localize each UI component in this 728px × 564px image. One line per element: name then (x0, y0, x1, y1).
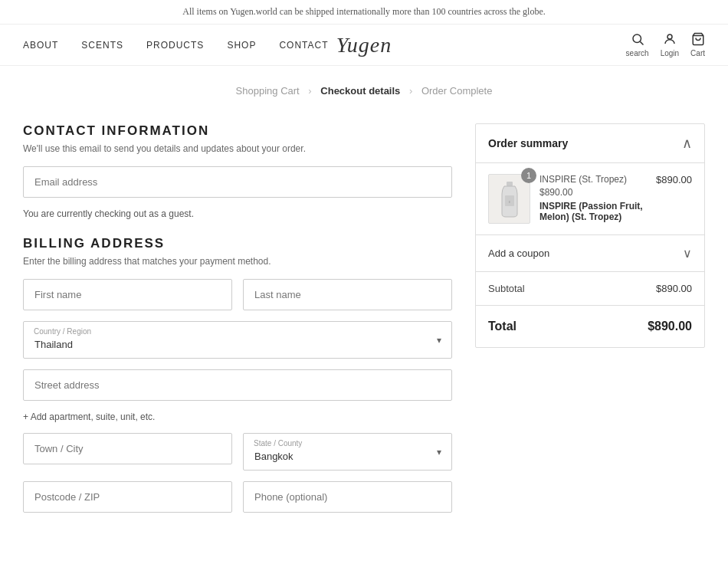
main-content: CONTACT INFORMATION We'll use this email… (0, 108, 728, 554)
summary-title: Order summary (488, 137, 568, 149)
total-value: $890.00 (648, 320, 692, 333)
contact-subtitle: We'll use this email to send you details… (23, 143, 452, 154)
country-select-wrapper: Country / Region Thailand ▾ (23, 321, 452, 359)
add-apartment-link[interactable]: + Add apartment, suite, unit, etc. (23, 412, 452, 422)
bottle-icon: I (498, 180, 521, 218)
cart-label: Cart (690, 49, 705, 57)
subtotal-label: Subtotal (488, 283, 525, 294)
cart-button[interactable]: Cart (690, 32, 705, 57)
logo[interactable]: Yugen (336, 33, 392, 57)
guest-note: You are currently checking out as a gues… (23, 208, 452, 219)
order-item: I 1 INSPIRE (St. Tropez) $890.00 INSPIRE… (476, 163, 704, 235)
phone-group (243, 481, 452, 513)
breadcrumb: Shopping Cart › Checkout details › Order… (0, 66, 728, 108)
phone-input[interactable] (243, 481, 452, 513)
breadcrumb-separator-1: › (308, 85, 311, 97)
item-price-small: $890.00 (539, 187, 647, 198)
svg-point-0 (633, 34, 641, 43)
billing-title: BILLING ADDRESS (23, 236, 452, 251)
nav-scents[interactable]: SCENTS (81, 40, 123, 51)
item-name: INSPIRE (St. Tropez) (539, 174, 647, 185)
breadcrumb-checkout: Checkout details (320, 85, 400, 97)
first-name-group (23, 279, 232, 310)
billing-section: BILLING ADDRESS Enter the billing addres… (23, 236, 452, 523)
nav-products[interactable]: PRODUCTS (146, 40, 204, 51)
svg-line-1 (640, 41, 643, 44)
top-banner: All items on Yugen.world can be shipped … (0, 0, 728, 25)
breadcrumb-separator-2: › (409, 85, 412, 97)
search-icon (631, 32, 644, 48)
summary-header: Order summary ∧ (476, 124, 704, 163)
subtotal-row: Subtotal $890.00 (476, 272, 704, 306)
city-state-row: State / County Bangkok ▾ (23, 433, 452, 481)
search-button[interactable]: search (626, 32, 649, 57)
billing-subtitle: Enter the billing address that matches y… (23, 256, 452, 267)
add-coupon-row[interactable]: Add a coupon ∨ (476, 235, 704, 272)
postcode-phone-row (23, 481, 452, 523)
last-name-group (243, 279, 452, 310)
email-group (23, 166, 452, 198)
contact-title: CONTACT INFORMATION (23, 123, 452, 139)
item-description: INSPIRE (Passion Fruit, Melon) (St. Trop… (539, 201, 647, 222)
email-input[interactable] (23, 166, 452, 198)
nav-contact[interactable]: CONTACT (279, 40, 328, 51)
item-quantity-badge: 1 (521, 168, 536, 183)
town-city-input[interactable] (23, 433, 232, 464)
search-label: search (626, 49, 649, 57)
chevron-up-icon: ∧ (682, 136, 692, 151)
svg-point-2 (667, 34, 672, 39)
subtotal-value: $890.00 (656, 283, 692, 294)
total-label: Total (488, 320, 516, 333)
street-group (23, 369, 452, 401)
street-input[interactable] (23, 369, 452, 401)
coupon-chevron-down-icon: ∨ (683, 246, 692, 261)
nav-right: search Login Cart (626, 32, 705, 57)
checkout-form: CONTACT INFORMATION We'll use this email… (23, 123, 452, 523)
order-sidebar: Order summary ∧ I 1 (475, 123, 705, 523)
postcode-group (23, 481, 232, 513)
country-group: Country / Region Thailand ▾ (23, 321, 452, 359)
name-row (23, 279, 452, 321)
item-details: INSPIRE (St. Tropez) $890.00 INSPIRE (Pa… (539, 174, 647, 222)
svg-rect-4 (507, 182, 513, 186)
user-icon (663, 32, 677, 48)
last-name-input[interactable] (243, 279, 452, 310)
coupon-label: Add a coupon (488, 248, 549, 259)
login-label: Login (661, 49, 679, 57)
breadcrumb-cart[interactable]: Shopping Cart (236, 85, 300, 97)
country-select[interactable]: Thailand (23, 321, 452, 359)
banner-text: All items on Yugen.world can be shipped … (182, 6, 545, 17)
first-name-input[interactable] (23, 279, 232, 310)
breadcrumb-complete: Order Complete (421, 85, 492, 97)
town-city-group (23, 433, 232, 471)
postcode-input[interactable] (23, 481, 232, 513)
order-summary-box: Order summary ∧ I 1 (475, 123, 705, 348)
item-image-wrapper: I 1 (488, 174, 530, 224)
nav-shop[interactable]: SHOP (227, 40, 256, 51)
login-button[interactable]: Login (661, 32, 679, 57)
state-group: State / County Bangkok ▾ (243, 433, 452, 471)
item-price: $890.00 (656, 174, 692, 185)
cart-icon (691, 32, 705, 48)
summary-toggle-button[interactable]: ∧ (682, 135, 692, 152)
nav-left: ABOUT SCENTS PRODUCTS SHOP CONTACT (23, 40, 329, 51)
state-select[interactable]: Bangkok (243, 433, 452, 471)
nav-about[interactable]: ABOUT (23, 40, 58, 51)
header: ABOUT SCENTS PRODUCTS SHOP CONTACT Yugen… (0, 25, 728, 66)
total-row: Total $890.00 (476, 306, 704, 347)
contact-section: CONTACT INFORMATION We'll use this email… (23, 123, 452, 219)
state-select-wrapper: State / County Bangkok ▾ (243, 433, 452, 471)
